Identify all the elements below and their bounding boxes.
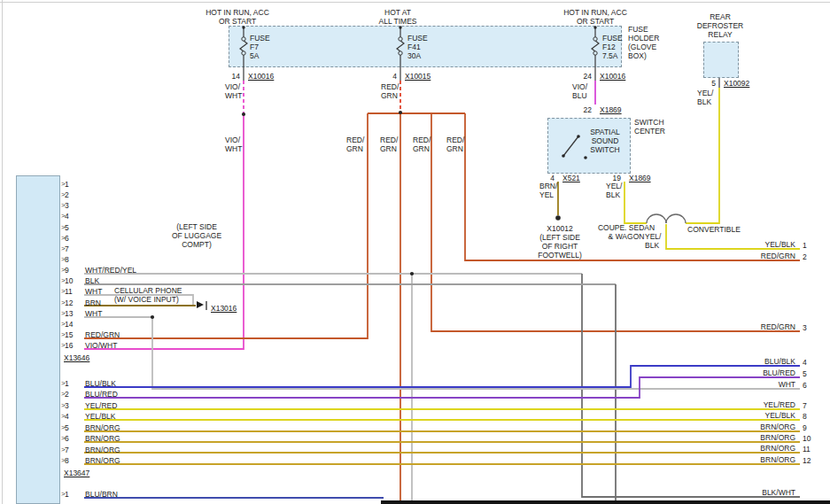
right-pin-number: 10 [803, 434, 811, 443]
wire-segment [240, 41, 247, 51]
pin-number: 12 [65, 299, 73, 307]
right-pin-number: 3 [803, 323, 807, 332]
wire-segment [592, 41, 599, 51]
fuse-1-label: FUSE F7 5A [250, 34, 270, 60]
ground-name: X10012 [547, 224, 572, 233]
redgrn-wire-label-4: RED/ GRN [446, 136, 464, 153]
right-wire-label: YEL/RED [764, 400, 795, 409]
switch-top-connector[interactable]: X1869 [600, 105, 622, 114]
cellular-phone-label: CELLULAR PHONE (W/ VOICE INPUT) [114, 286, 182, 304]
fuse-3-pin: 24 [584, 72, 592, 81]
junction-dot [399, 26, 401, 28]
pin-wire-label: BLU/BLK [85, 379, 116, 388]
right-pin-number: 1 [803, 241, 807, 250]
option-bridge-arc [647, 214, 666, 223]
fuse-1-wire-label: VIO/ WHT [225, 82, 242, 100]
right-wire-label: RED/GRN [761, 252, 795, 260]
right-wire-label: BRN/ORG [760, 423, 795, 431]
pin-number: 1 [65, 180, 69, 189]
pin-wire-label: WHT/RED/YEL [85, 266, 136, 275]
right-wire-label: RED/GRN [761, 322, 795, 331]
junction-dot [399, 111, 402, 114]
pin-wire-label: BRN/ORG [85, 446, 120, 454]
pin-number: 16 [65, 341, 73, 350]
viowht-wire-label-2: VIO/ WHT [225, 136, 242, 153]
pin-number: 1 [65, 379, 69, 388]
wire-segment [84, 366, 800, 387]
right-wire-label: WHT [779, 380, 795, 389]
pin-number: 13 [65, 309, 73, 318]
pin-wire-label: BRN [85, 299, 101, 307]
pin-number: 6 [65, 234, 69, 243]
right-pin-number: 11 [803, 445, 811, 454]
right-pin-number: 12 [803, 456, 811, 465]
relay-title: REAR DEFROSTER RELAY [697, 12, 743, 39]
right-wire-label: BRN/ORG [760, 444, 795, 453]
right-wire-label: BLU/RED [763, 368, 795, 377]
ground-note: (LEFT SIDE OF RIGHT FOOTWELL) [538, 233, 582, 260]
connector-name[interactable]: X13646 [64, 353, 89, 362]
right-pin-number: 6 [803, 381, 807, 390]
pin-number: 9 [65, 266, 69, 275]
pin-wire-label: BRN/ORG [85, 434, 120, 443]
pin-number: 4 [65, 412, 69, 421]
junction-dot [242, 26, 244, 28]
pin-number: 8 [65, 456, 69, 465]
right-pin-number: 9 [803, 423, 807, 432]
fuse-terminal [242, 51, 245, 55]
junction-dot [410, 272, 414, 275]
pin-number: 4 [65, 212, 69, 221]
switch-left-connector[interactable]: X521 [562, 174, 580, 182]
right-pin-number: 2 [803, 252, 807, 261]
junction-dot [555, 215, 561, 221]
merge-wire-label: YEL/ BLK [645, 232, 661, 250]
junction-dot [577, 135, 580, 138]
pin-number: 8 [65, 255, 69, 264]
switch-left-wire-label: BRN/ YEL [539, 182, 557, 199]
pin-wire-label: WHT [85, 309, 102, 318]
power-label-3: HOT IN RUN, ACC OR START [563, 8, 627, 26]
pin-number: 5 [65, 223, 69, 232]
wiring-diagram-canvas: HOT IN RUN, ACC OR START HOT AT ALL TIME… [0, 0, 830, 504]
right-wire-label: BRN/ORG [760, 433, 795, 442]
pin-wire-label: BRN/ORG [85, 423, 120, 432]
right-pin-number: 8 [803, 412, 807, 421]
wire-segment [624, 182, 647, 223]
junction-dot [242, 112, 245, 116]
fuse-3-connector[interactable]: X10016 [600, 72, 625, 81]
pin-number: 11 [65, 287, 73, 296]
connector-name[interactable]: X13647 [64, 469, 89, 477]
junction-dot [593, 26, 596, 28]
relay-connector[interactable]: X10092 [724, 79, 749, 88]
fuse-3-wire-label: VIO/ BLU [572, 82, 587, 100]
redgrn-wire-label-2: RED/ GRN [380, 136, 398, 153]
switch-right-connector[interactable]: X1869 [629, 174, 651, 182]
pin-wire-label: BLK [85, 276, 99, 285]
bottom-window-edge [381, 500, 830, 504]
pin-number: 1 [65, 490, 69, 499]
pin-number: 3 [65, 401, 69, 410]
power-label-2: HOT AT ALL TIMES [379, 8, 417, 26]
pin-number: 10 [65, 276, 73, 285]
pin-number: 5 [65, 423, 69, 432]
fuse-1-connector[interactable]: X10016 [248, 72, 274, 81]
junction-dot [584, 156, 587, 159]
right-pin-number: 4 [803, 358, 807, 367]
junction-dot [562, 154, 565, 158]
pin-wire-label: VIO/WHT [85, 341, 117, 350]
pin-wire-label: BLU/BRN [85, 490, 118, 499]
pin-number: 14 [65, 320, 73, 329]
fuse-2-label: FUSE F41 30A [407, 34, 428, 60]
redgrn-wire-label-1: RED/ GRN [346, 136, 364, 153]
relay-pin: 5 [711, 79, 716, 88]
redgrn-wire-label-3: RED/ GRN [413, 136, 431, 153]
wire-segment [563, 136, 578, 156]
power-label-1: HOT IN RUN, ACC OR START [206, 8, 269, 26]
right-wire-label: BRN/ORG [760, 455, 795, 464]
fuse-2-connector[interactable]: X10015 [405, 72, 431, 81]
right-wire-label: YEL/BLK [765, 240, 796, 249]
cellular-connector[interactable]: X13016 [211, 304, 237, 313]
fuse-3-label: FUSE F12 7.5A [602, 34, 623, 60]
wire-segment [686, 88, 719, 223]
right-wire-label: YEL/BLK [765, 411, 796, 420]
